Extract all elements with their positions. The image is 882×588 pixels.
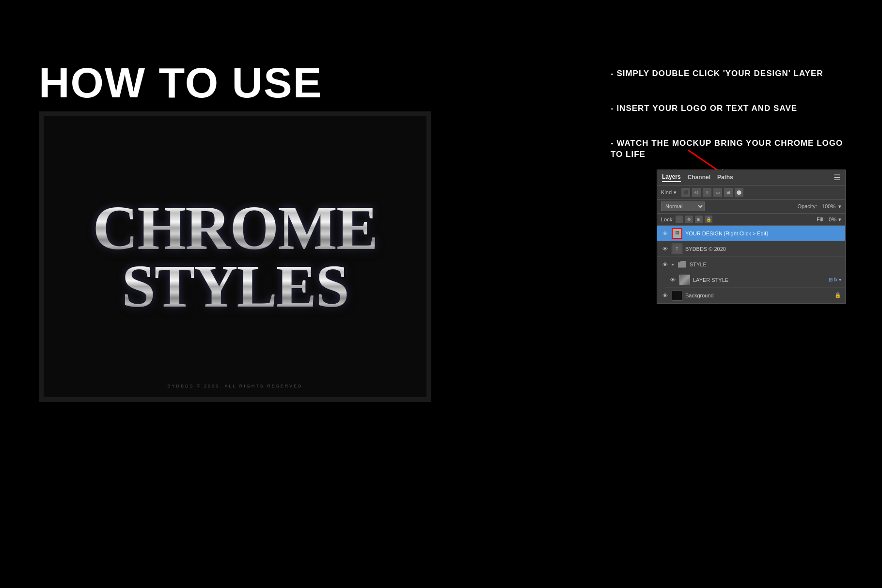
layer-thumb-layer-style xyxy=(679,275,690,285)
layer-thumb-background xyxy=(672,290,682,301)
layers-blend-row: Normal Opacity: 100% ▾ xyxy=(657,200,845,214)
fill-dropdown-icon[interactable]: ▾ xyxy=(838,217,841,223)
fill-label: Fill: xyxy=(817,217,825,222)
lock-position-btn[interactable]: ✥ xyxy=(685,216,693,223)
instruction-line-1: - SIMPLY DOUBLE CLICK 'YOUR DESIGN' LAYE… xyxy=(611,68,843,79)
instruction-line-3: - WATCH THE MOCKUP BRING YOUR CHROME LOG… xyxy=(611,138,843,161)
chrome-word-line1: CHROME xyxy=(93,198,377,258)
lock-icons: ⬚ ✥ ⊞ 🔒 xyxy=(676,216,712,223)
copyright-text: BYDBDS © 2020. ALL RIGHTS RESERVED xyxy=(167,384,302,388)
opacity-value: 100% xyxy=(822,203,835,209)
eye-icon-bydbds[interactable]: 👁 xyxy=(661,245,669,253)
layer-name-bydbds: BYDBDS © 2020 xyxy=(685,246,841,252)
lock-all-btn[interactable]: 🔒 xyxy=(705,216,712,223)
layer-thumb-your-design: 🖼 xyxy=(672,228,682,239)
layer-fx-icon: ⊞ fx ▾ xyxy=(829,277,841,282)
kind-type-btn[interactable]: T xyxy=(703,188,711,197)
paths-tab[interactable]: Paths xyxy=(717,174,733,182)
opacity-dropdown-icon[interactable]: ▾ xyxy=(838,203,841,210)
preview-frame: CHROME STYLES BYDBDS © 2020. ALL RIGHTS … xyxy=(39,111,431,402)
chevron-icon-style[interactable]: ▸ xyxy=(672,262,674,267)
search-kind: Kind ▾ xyxy=(661,189,677,196)
instructions-panel: - SIMPLY DOUBLE CLICK 'YOUR DESIGN' LAYE… xyxy=(611,68,843,184)
kind-dropdown-icon[interactable]: ▾ xyxy=(674,189,677,196)
lock-artboard-btn[interactable]: ⊞ xyxy=(695,216,703,223)
layers-panel: Layers Channel Paths ☰ Kind ▾ ⬛ ◎ T ▭ ⊞ … xyxy=(657,170,846,304)
eye-icon-layer-style[interactable]: 👁 xyxy=(669,276,677,284)
opacity-label: Opacity: xyxy=(798,203,817,209)
channel-tab[interactable]: Channel xyxy=(688,174,710,182)
layer-name-layer-style: LAYER STYLE xyxy=(693,277,826,283)
eye-icon-your-design[interactable]: 👁 xyxy=(661,230,669,237)
layers-tab[interactable]: Layers xyxy=(662,173,681,182)
kind-shape-btn[interactable]: ▭ xyxy=(713,188,722,197)
layers-panel-header: Layers Channel Paths ☰ xyxy=(657,170,845,186)
layer-name-background: Background xyxy=(685,293,832,298)
layer-row-background[interactable]: 👁 Background 🔒 xyxy=(657,288,845,303)
layer-name-style: STYLE xyxy=(690,262,841,267)
page-title: HOW TO USE xyxy=(39,58,323,108)
layer-row-style-folder[interactable]: 👁 ▸ STYLE xyxy=(657,257,845,272)
fill-value: 0% xyxy=(829,217,836,222)
layer-thumb-bydbds: T xyxy=(672,244,682,254)
eye-icon-style[interactable]: 👁 xyxy=(661,261,669,268)
layer-row-layer-style[interactable]: 👁 LAYER STYLE ⊞ fx ▾ xyxy=(665,272,845,288)
kind-icons: ⬛ ◎ T ▭ ⊞ ⬤ xyxy=(681,188,743,197)
layer-lock-icon-background: 🔒 xyxy=(835,292,841,298)
layers-search-row: Kind ▾ ⬛ ◎ T ▭ ⊞ ⬤ xyxy=(657,186,845,200)
lock-label: Lock: xyxy=(661,217,674,222)
chrome-word-line2: STYLES xyxy=(122,258,348,315)
panel-menu-icon[interactable]: ☰ xyxy=(834,173,840,182)
kind-label: Kind xyxy=(661,189,672,195)
kind-smart-btn[interactable]: ⊞ xyxy=(724,188,733,197)
layer-name-your-design: YOUR DESIGN [Right Click > Edit] xyxy=(685,231,841,236)
layer-row-your-design[interactable]: 👁 🖼 YOUR DESIGN [Right Click > Edit] xyxy=(657,226,845,241)
layer-row-bydbds[interactable]: 👁 T BYDBDS © 2020 xyxy=(657,241,845,257)
kind-extra-btn[interactable]: ⬤ xyxy=(735,188,743,197)
blend-mode-select[interactable]: Normal xyxy=(661,201,705,211)
folder-icon-style xyxy=(678,261,686,268)
instruction-line-2: - INSERT YOUR LOGO OR TEXT AND SAVE xyxy=(611,103,843,114)
kind-pixel-btn[interactable]: ⬛ xyxy=(681,188,690,197)
kind-adjustment-btn[interactable]: ◎ xyxy=(692,188,701,197)
eye-icon-background[interactable]: 👁 xyxy=(661,292,669,299)
lock-pixel-btn[interactable]: ⬚ xyxy=(676,216,683,223)
chrome-text-area: CHROME STYLES BYDBDS © 2020. ALL RIGHTS … xyxy=(44,116,426,397)
layers-lock-row: Lock: ⬚ ✥ ⊞ 🔒 Fill: 0% ▾ xyxy=(657,214,845,226)
